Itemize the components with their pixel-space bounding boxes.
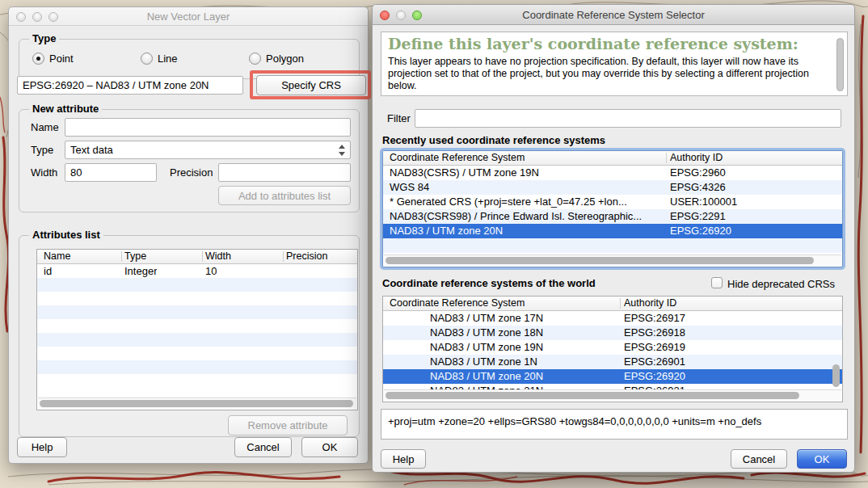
empty-row <box>37 333 357 347</box>
help-button[interactable]: Help <box>17 437 67 457</box>
table-row[interactable]: NAD83 / UTM zone 18N EPSG:26918 <box>383 326 842 340</box>
recent-crs-table[interactable]: Coordinate Reference System Authority ID… <box>382 150 843 267</box>
attributes-table-header[interactable]: Name Type Width Precision <box>37 250 357 264</box>
col-name[interactable]: Name <box>44 250 70 262</box>
cell-crs: NAD83(CSRS98) / Prince Edward Isl. Stere… <box>390 209 666 224</box>
hide-deprecated-checkbox[interactable] <box>711 277 723 288</box>
world-table-hscrollbar[interactable] <box>384 389 841 401</box>
cell-authority: EPSG:26901 <box>624 355 685 369</box>
radio-polygon[interactable]: Polygon <box>249 53 304 65</box>
type-combobox[interactable]: Text data <box>65 141 351 159</box>
col-authority[interactable]: Authority ID <box>624 297 676 309</box>
attributes-table-hscrollbar[interactable] <box>38 398 356 409</box>
crs-selector-dialog: Coordinate Reference System Selector Def… <box>372 4 855 473</box>
add-to-attributes-button[interactable]: Add to attributes list <box>218 186 351 205</box>
col-precision[interactable]: Precision <box>286 250 327 262</box>
radio-point[interactable]: Point <box>32 53 74 65</box>
recent-table-hscrollbar[interactable] <box>384 255 841 266</box>
ok-button[interactable]: OK <box>797 449 847 469</box>
remove-attribute-button[interactable]: Remove attribute <box>228 415 348 435</box>
stepper-arrows-icon[interactable] <box>337 144 346 157</box>
filter-input[interactable] <box>415 109 841 128</box>
radio-point-icon[interactable] <box>32 53 44 65</box>
name-label: Name <box>31 121 59 133</box>
table-row[interactable]: NAD83(CSRS98) / Prince Edward Isl. Stere… <box>383 209 842 224</box>
col-crs[interactable]: Coordinate Reference System <box>390 152 525 163</box>
precision-input[interactable] <box>218 163 351 182</box>
new-vector-layer-dialog: New Vector Layer Type Point Line Polygon… <box>8 6 369 464</box>
attributes-list-group-label: Attributes list <box>29 229 103 241</box>
radio-polygon-icon[interactable] <box>249 53 261 65</box>
attributes-table[interactable]: Name Type Width Precision id Integer 10 <box>36 249 358 410</box>
col-authority[interactable]: Authority ID <box>670 152 723 163</box>
new-attribute-group-label: New attribute <box>29 103 102 115</box>
table-row[interactable]: NAD83 / UTM zone 19N EPSG:26919 <box>383 340 842 355</box>
scrollbar-thumb[interactable] <box>386 392 799 399</box>
cell-authority: EPSG:26919 <box>624 340 685 355</box>
proj4-text: +proj=utm +zone=20 +ellps=GRS80 +towgs84… <box>388 415 761 427</box>
proj4-box[interactable]: +proj=utm +zone=20 +ellps=GRS80 +towgs84… <box>381 409 848 440</box>
description-text: This layer appears to have no projection… <box>388 56 831 92</box>
empty-row <box>37 347 357 360</box>
table-row[interactable]: NAD83 / UTM zone 1N EPSG:26901 <box>383 355 842 369</box>
empty-row <box>37 319 357 333</box>
ok-button[interactable]: OK <box>301 437 358 457</box>
define-crs-heading: Define this layer's coordinate reference… <box>388 35 798 53</box>
table-row-selected[interactable]: NAD83 / UTM zone 20N EPSG:26920 <box>383 224 842 238</box>
cell-authority: EPSG:4326 <box>670 180 726 195</box>
table-row-selected[interactable]: NAD83 / UTM zone 20N EPSG:26920 <box>383 369 842 384</box>
empty-row <box>37 305 357 319</box>
empty-row <box>37 360 357 374</box>
empty-row <box>37 278 357 292</box>
cancel-button[interactable]: Cancel <box>731 449 787 469</box>
scrollbar-thumb[interactable] <box>40 400 353 407</box>
table-row[interactable]: * Generated CRS (+proj=stere +lat_0=47.2… <box>383 195 842 209</box>
crs-selector-titlebar[interactable]: Coordinate Reference System Selector <box>373 5 854 25</box>
filter-label: Filter <box>387 112 411 124</box>
world-crs-label: Coordinate reference systems of the worl… <box>382 277 596 289</box>
hide-deprecated-label: Hide deprecated CRSs <box>727 278 835 290</box>
cell-authority: EPSG:26920 <box>624 369 685 384</box>
table-row[interactable]: WGS 84 EPSG:4326 <box>383 180 842 195</box>
new-attribute-groupbox: New attribute Name Type Text data Width … <box>19 109 360 212</box>
scrollbar-thumb[interactable] <box>386 257 814 264</box>
cell-crs: NAD83 / UTM zone 18N <box>430 326 543 340</box>
table-row[interactable]: NAD83(CSRS) / UTM zone 19N EPSG:2960 <box>383 166 842 180</box>
cell-authority: EPSG:2960 <box>670 166 726 180</box>
width-label: Width <box>31 166 57 179</box>
width-input[interactable]: 80 <box>65 163 157 182</box>
col-width[interactable]: Width <box>205 250 231 262</box>
cell-crs: NAD83 / UTM zone 17N <box>430 311 543 326</box>
name-input[interactable] <box>65 118 351 137</box>
precision-label: Precision <box>170 166 213 179</box>
cell-authority: USER:100001 <box>670 195 737 209</box>
crs-readout-field[interactable]: EPSG:26920 – NAD83 / UTM zone 20N <box>17 76 243 95</box>
cell-authority: EPSG:2291 <box>670 209 726 224</box>
col-type[interactable]: Type <box>124 250 146 262</box>
dialog-title: Coordinate Reference System Selector <box>373 9 854 21</box>
world-table-header[interactable]: Coordinate Reference System Authority ID <box>383 297 842 311</box>
cell-authority: EPSG:26920 <box>670 224 731 238</box>
radio-point-label: Point <box>49 53 74 65</box>
description-vscrollbar-thumb[interactable] <box>836 38 844 91</box>
help-button[interactable]: Help <box>381 449 426 469</box>
table-row[interactable]: id Integer 10 <box>37 264 357 278</box>
cell-authority: EPSG:26917 <box>624 311 685 326</box>
col-crs[interactable]: Coordinate Reference System <box>390 297 525 309</box>
recent-table-header[interactable]: Coordinate Reference System Authority ID <box>383 151 842 166</box>
red-highlight-annotation <box>250 70 371 99</box>
world-crs-table[interactable]: Coordinate Reference System Authority ID… <box>382 296 843 402</box>
table-row[interactable]: NAD83 / UTM zone 17N EPSG:26917 <box>383 311 842 326</box>
cell-crs: NAD83 / UTM zone 19N <box>430 340 543 355</box>
empty-row <box>383 238 842 253</box>
radio-line-icon[interactable] <box>141 53 153 65</box>
cell-crs: WGS 84 <box>390 180 663 195</box>
cell-name: id <box>44 264 52 278</box>
cell-authority: EPSG:26918 <box>624 326 685 340</box>
screen: New Vector Layer Type Point Line Polygon… <box>0 0 868 488</box>
cell-width: 10 <box>205 264 217 278</box>
radio-line[interactable]: Line <box>141 53 178 65</box>
new-vector-layer-titlebar[interactable]: New Vector Layer <box>9 7 368 26</box>
world-table-vscrollbar-thumb[interactable] <box>832 364 840 387</box>
cancel-button[interactable]: Cancel <box>234 437 292 457</box>
